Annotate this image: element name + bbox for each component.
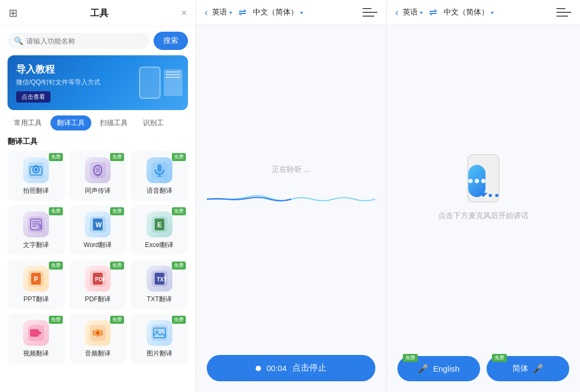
audio-translate-label: 音频翻译 bbox=[85, 349, 111, 358]
tool-voice-translate[interactable]: 免费 语音翻译 bbox=[130, 151, 188, 201]
right-target-dropdown-arrow: ▾ bbox=[491, 10, 494, 16]
video-translate-label: 视频翻译 bbox=[23, 349, 49, 358]
tool-tabs: 常用工具 翻译工具 扫描工具 识别工 bbox=[0, 115, 195, 135]
left-panel: ⊞ 工具 × 🔍 搜索 导入教程 微信/QQ/钉钉文件等导入方式 点击查看 常用… bbox=[0, 0, 196, 392]
tool-pdf-translate[interactable]: 免费 PDF PDF翻译 bbox=[69, 259, 127, 309]
free-badge: 免费 bbox=[110, 262, 124, 270]
banner-doc-icon bbox=[164, 69, 183, 96]
banner-button[interactable]: 点击查看 bbox=[16, 91, 50, 103]
svg-point-39 bbox=[96, 331, 99, 335]
right-settings-bar-1 bbox=[556, 8, 566, 9]
voice-translate-icon bbox=[147, 157, 172, 183]
ppt-translate-icon: P bbox=[23, 266, 49, 292]
search-button[interactable]: 搜索 bbox=[154, 32, 188, 50]
right-content: 点击下方麦克风后开始讲话 bbox=[387, 25, 580, 350]
banner-illustration bbox=[139, 67, 183, 99]
right-footer: 免费 🎤 English 免费 简体 🎤 bbox=[387, 350, 580, 392]
middle-header: ‹ 英语 ▾ ⇌ 中文（简体） ▾ bbox=[196, 0, 386, 25]
free-badge: 免费 bbox=[172, 153, 186, 161]
middle-settings-icon[interactable] bbox=[363, 7, 378, 18]
txt-translate-label: TXT翻译 bbox=[147, 295, 172, 304]
right-source-dropdown-arrow: ▾ bbox=[420, 10, 423, 16]
middle-target-lang-label: 中文（简体） bbox=[253, 8, 298, 17]
tab-common[interactable]: 常用工具 bbox=[8, 115, 48, 130]
svg-text:E: E bbox=[157, 221, 162, 229]
tool-video-translate[interactable]: 免费 视频翻译 bbox=[8, 314, 65, 364]
search-input-wrapper[interactable]: 🔍 bbox=[8, 33, 149, 49]
chat-dot-1 bbox=[468, 179, 473, 183]
settings-bar-1 bbox=[363, 8, 372, 9]
right-settings-bar-3 bbox=[556, 16, 568, 17]
right-target-lang-selector[interactable]: 中文（简体） ▾ bbox=[444, 8, 494, 17]
middle-source-dropdown-arrow: ▾ bbox=[229, 10, 232, 16]
svg-text:文: 文 bbox=[38, 224, 42, 229]
banner: 导入教程 微信/QQ/钉钉文件等导入方式 点击查看 bbox=[8, 55, 188, 110]
tool-txt-translate[interactable]: 免费 TXT TXT翻译 bbox=[130, 259, 188, 309]
text-translate-icon: 文 bbox=[23, 212, 49, 237]
banner-phone-icon bbox=[139, 67, 161, 99]
tab-scan[interactable]: 扫描工具 bbox=[93, 115, 134, 130]
middle-source-lang-selector[interactable]: 英语 ▾ bbox=[212, 8, 232, 17]
pdf-translate-label: PDF翻译 bbox=[85, 295, 111, 304]
middle-back-arrow[interactable]: ‹ bbox=[205, 7, 208, 18]
img-translate-label: 图片翻译 bbox=[147, 349, 172, 358]
phone-button-2 bbox=[495, 194, 498, 197]
word-translate-label: Word翻译 bbox=[84, 241, 112, 250]
left-header: ⊞ 工具 × bbox=[0, 0, 195, 26]
right-panel: ‹ 英语 ▾ ⇌ 中文（简体） ▾ bbox=[387, 0, 580, 392]
middle-panel: ‹ 英语 ▾ ⇌ 中文（简体） ▾ 正在聆听 ... 00:04 点击停止 bbox=[196, 0, 387, 392]
middle-content: 正在聆听 ... bbox=[196, 25, 386, 349]
search-icon: 🔍 bbox=[14, 37, 23, 45]
tool-audio-translate[interactable]: 免费 音频翻译 bbox=[69, 314, 127, 364]
tool-excel-translate[interactable]: 免费 E Excel翻译 bbox=[130, 205, 188, 255]
free-badge: 免费 bbox=[172, 207, 186, 215]
english-mic-button[interactable]: 免费 🎤 English bbox=[397, 356, 480, 381]
stop-label: 点击停止 bbox=[292, 362, 327, 374]
chat-bubble bbox=[468, 165, 485, 197]
tool-img-translate[interactable]: 免费 图片翻译 bbox=[130, 314, 188, 364]
grid-icon: ⊞ bbox=[9, 6, 18, 19]
tab-translate[interactable]: 翻译工具 bbox=[50, 115, 91, 130]
tool-text-translate[interactable]: 免费 文 文字翻译 bbox=[8, 205, 65, 255]
free-badge: 免费 bbox=[49, 262, 63, 270]
search-input[interactable] bbox=[26, 37, 143, 45]
stop-record-button[interactable]: 00:04 点击停止 bbox=[207, 355, 375, 381]
free-badge: 免费 bbox=[110, 153, 124, 161]
audio-translate-icon bbox=[85, 320, 111, 346]
tab-recognize[interactable]: 识别工 bbox=[136, 115, 170, 130]
svg-rect-35 bbox=[30, 329, 39, 337]
right-target-lang-label: 中文（简体） bbox=[444, 8, 489, 17]
tools-row-1: 免费 拍照翻译 免费 bbox=[8, 151, 188, 201]
tool-ppt-translate[interactable]: 免费 P PPT翻译 bbox=[8, 259, 65, 309]
right-swap-icon[interactable]: ⇌ bbox=[429, 6, 437, 18]
tool-photo-translate[interactable]: 免费 拍照翻译 bbox=[8, 151, 65, 201]
english-btn-label: English bbox=[433, 364, 459, 373]
right-settings-icon[interactable] bbox=[556, 7, 571, 18]
middle-swap-icon[interactable]: ⇌ bbox=[238, 6, 247, 18]
tool-simultaneous[interactable]: 免费 ♪ 同声传译 bbox=[69, 151, 127, 201]
free-badge: 免费 bbox=[49, 207, 63, 215]
chinese-mic-button[interactable]: 免费 简体 🎤 bbox=[487, 356, 569, 381]
excel-translate-icon: E bbox=[147, 212, 172, 237]
phone-illustration bbox=[467, 154, 499, 202]
right-source-lang-selector[interactable]: 英语 ▾ bbox=[403, 8, 423, 17]
phone-button-1 bbox=[489, 194, 492, 197]
simultaneous-label: 同声传译 bbox=[85, 186, 111, 195]
close-icon[interactable]: × bbox=[181, 8, 187, 19]
chinese-btn-label: 简体 bbox=[512, 364, 528, 374]
svg-text:W: W bbox=[96, 221, 102, 229]
waveform-svg bbox=[207, 183, 375, 215]
pdf-translate-icon: PDF bbox=[85, 266, 111, 292]
tools-row-4: 免费 视频翻译 免费 bbox=[8, 314, 188, 364]
timer-display: 00:04 bbox=[266, 364, 287, 373]
tool-word-translate[interactable]: 免费 W Word翻译 bbox=[69, 205, 127, 255]
right-back-arrow[interactable]: ‹ bbox=[395, 7, 398, 18]
section-title: 翻译工具 bbox=[0, 135, 195, 151]
middle-footer: 00:04 点击停止 bbox=[196, 349, 386, 392]
free-badge: 免费 bbox=[110, 207, 124, 215]
middle-target-lang-selector[interactable]: 中文（简体） ▾ bbox=[253, 8, 303, 17]
english-mic-icon: 🎤 bbox=[418, 364, 429, 374]
search-bar: 🔍 搜索 bbox=[0, 26, 195, 55]
english-free-badge: 免费 bbox=[403, 354, 418, 362]
free-badge: 免费 bbox=[172, 262, 186, 270]
